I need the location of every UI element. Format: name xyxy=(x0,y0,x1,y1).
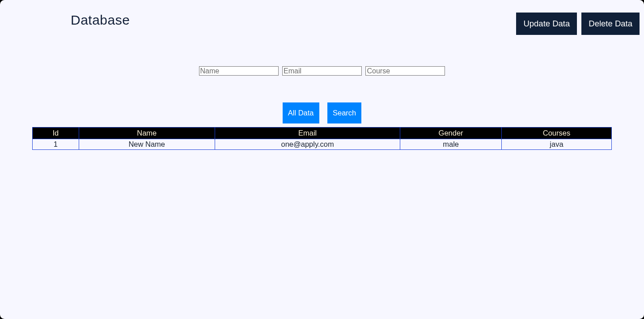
col-header-courses: Courses xyxy=(501,128,611,139)
delete-data-button[interactable]: Delete Data xyxy=(581,13,640,35)
email-input[interactable] xyxy=(282,66,362,76)
header: Database Update Data Delete Data xyxy=(0,0,644,35)
cell-name: New Name xyxy=(79,139,215,150)
data-table: Id Name Email Gender Courses 1 New Name … xyxy=(32,127,612,150)
all-data-button[interactable]: All Data xyxy=(283,102,319,123)
col-header-name: Name xyxy=(79,128,215,139)
course-input[interactable] xyxy=(365,66,445,76)
col-header-gender: Gender xyxy=(400,128,502,139)
update-data-button[interactable]: Update Data xyxy=(516,13,577,35)
cell-courses: java xyxy=(501,139,611,150)
page-container: Database Update Data Delete Data All Dat… xyxy=(0,0,644,319)
page-title: Database xyxy=(71,13,130,28)
col-header-email: Email xyxy=(215,128,400,139)
cell-email: one@apply.com xyxy=(215,139,400,150)
name-input[interactable] xyxy=(199,66,279,76)
search-row xyxy=(0,66,644,76)
col-header-id: Id xyxy=(33,128,79,139)
search-button[interactable]: Search xyxy=(327,102,361,123)
header-buttons: Update Data Delete Data xyxy=(516,13,640,35)
table-row: 1 New Name one@apply.com male java xyxy=(33,139,612,150)
cell-id: 1 xyxy=(33,139,79,150)
cell-gender: male xyxy=(400,139,502,150)
action-row: All Data Search xyxy=(0,102,644,123)
table-header-row: Id Name Email Gender Courses xyxy=(33,128,612,139)
data-table-wrap: Id Name Email Gender Courses 1 New Name … xyxy=(32,127,612,150)
